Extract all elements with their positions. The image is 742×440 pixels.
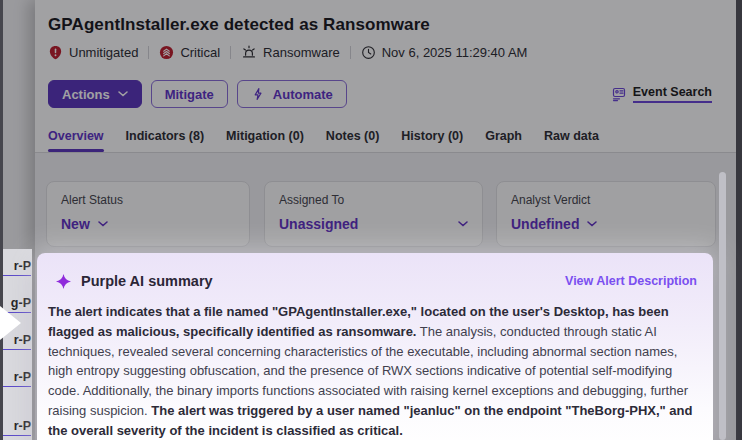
alert-detail-screen: » GPAgentInstaller.exe detected as Ranso… [0, 0, 742, 440]
purple-ai-summary-body: The alert indicates that a file named "G… [48, 302, 703, 440]
purple-ai-summary-card: Purple AI summary View Alert Description… [37, 253, 713, 440]
tooltip-arrow [0, 306, 21, 340]
left-list-panel: r-P g-P r-P r-P r-P [3, 249, 32, 440]
purple-ai-summary-header: Purple AI summary View Alert Description [56, 273, 697, 289]
list-item[interactable]: r-P [3, 370, 31, 387]
list-item[interactable]: r-P [3, 419, 31, 436]
sparkle-icon [56, 274, 71, 289]
list-item[interactable]: r-P [3, 259, 31, 276]
scrollbar-thumb[interactable] [719, 172, 726, 440]
view-alert-description-link[interactable]: View Alert Description [565, 274, 697, 288]
purple-ai-summary-title: Purple AI summary [81, 273, 213, 289]
